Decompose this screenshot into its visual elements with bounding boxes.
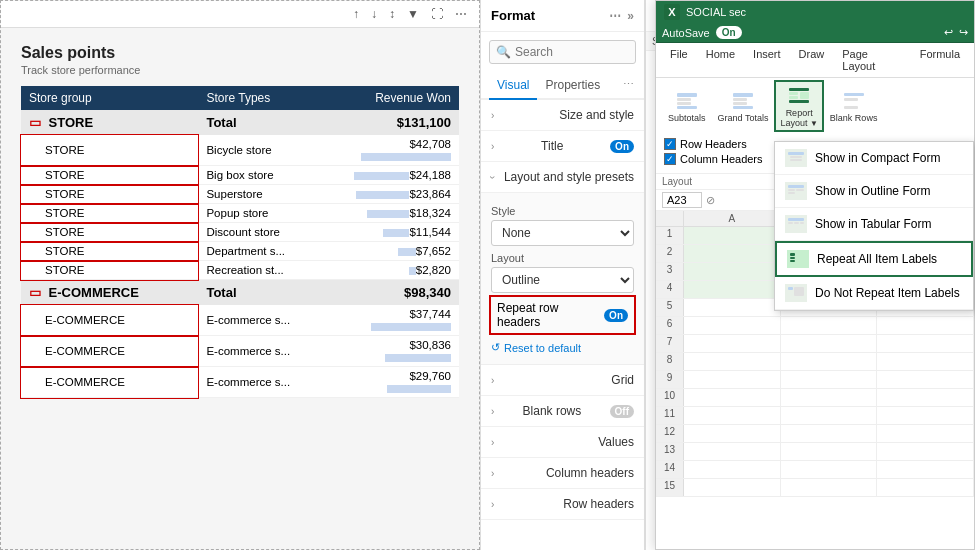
report-layout-button[interactable]: ReportLayout ▼ <box>776 82 821 130</box>
cell-c[interactable] <box>877 389 974 406</box>
section-size-style[interactable]: › Size and style <box>481 100 644 131</box>
more-icon[interactable]: ⋯ <box>609 9 621 23</box>
cell-a[interactable] <box>684 263 781 280</box>
type-cell: E-commerce s... <box>198 305 339 336</box>
cell-a[interactable] <box>684 281 781 298</box>
repeat-row-toggle[interactable]: On <box>604 309 628 322</box>
svg-rect-18 <box>790 159 802 161</box>
cell-c[interactable] <box>877 335 974 352</box>
redo-icon[interactable]: ↪ <box>959 26 968 39</box>
cell-b[interactable] <box>781 389 878 406</box>
cell-c[interactable] <box>877 317 974 334</box>
svg-rect-29 <box>790 260 795 262</box>
cell-c[interactable] <box>877 407 974 424</box>
undo-icon[interactable]: ↩ <box>944 26 953 39</box>
cell-c[interactable] <box>877 425 974 442</box>
sort-asc-button[interactable]: ↑ <box>349 5 363 23</box>
cell-b[interactable] <box>781 407 878 424</box>
cell-b[interactable] <box>781 371 878 388</box>
title-toggle[interactable]: On <box>610 140 634 153</box>
col-headers-checkbox[interactable]: ✓ Column Headers <box>664 153 763 165</box>
dropdown-no-repeat[interactable]: Do Not Repeat Item Labels <box>775 277 973 310</box>
section-layout-header[interactable]: › Layout and style presets <box>481 162 644 193</box>
ribbon-tab-file[interactable]: File <box>662 43 696 77</box>
expand-icon[interactable]: » <box>627 9 634 23</box>
expand-button[interactable]: ⛶ <box>427 5 447 23</box>
style-select[interactable]: None <box>491 220 634 246</box>
cell-a[interactable] <box>684 407 781 424</box>
subtotals-button[interactable]: Subtotals <box>664 87 710 125</box>
cell-c[interactable] <box>877 443 974 460</box>
svg-rect-11 <box>800 92 809 99</box>
reset-default-link[interactable]: ↺ Reset to default <box>491 337 634 358</box>
cell-a[interactable] <box>684 245 781 262</box>
cell-a[interactable] <box>684 335 781 352</box>
cell-a[interactable] <box>684 389 781 406</box>
tab-visual[interactable]: Visual <box>489 72 537 100</box>
cell-a[interactable] <box>684 371 781 388</box>
tab-properties[interactable]: Properties <box>537 72 608 98</box>
svg-rect-12 <box>789 100 809 103</box>
autosave-toggle[interactable]: On <box>716 26 742 39</box>
ribbon-tab-insert[interactable]: Insert <box>745 43 789 77</box>
cell-b[interactable] <box>781 425 878 442</box>
blank-rows-toggle[interactable]: Off <box>610 405 634 418</box>
value-cell: $24,188 <box>339 166 459 185</box>
report-layout-label: ReportLayout ▼ <box>780 108 817 128</box>
type-cell: Big box store <box>198 166 339 185</box>
ribbon-tabs: File Home Insert Draw Page Layout Formul… <box>656 43 974 78</box>
dropdown-tabular[interactable]: Show in Tabular Form <box>775 208 973 241</box>
cell-b[interactable] <box>781 353 878 370</box>
cell-b[interactable] <box>781 317 878 334</box>
ribbon-tab-formula[interactable]: Formula <box>912 43 968 77</box>
cell-c[interactable] <box>877 461 974 478</box>
section-column-headers[interactable]: › Column headers <box>481 458 644 489</box>
cell-ref-box[interactable]: A23 <box>662 192 702 208</box>
section-title[interactable]: › Title On <box>481 131 644 162</box>
ribbon-tab-draw[interactable]: Draw <box>791 43 833 77</box>
grid-row: 15 <box>656 479 974 497</box>
dropdown-compact[interactable]: Show in Compact Form <box>775 142 973 175</box>
cell-a[interactable] <box>684 227 781 244</box>
section-blank-rows[interactable]: › Blank rows Off <box>481 396 644 427</box>
ribbon-tab-pagelayout[interactable]: Page Layout <box>834 43 909 77</box>
filter-button[interactable]: ▼ <box>403 5 423 23</box>
sort-desc-button[interactable]: ↓ <box>367 5 381 23</box>
layout-select[interactable]: Outline <box>491 267 634 293</box>
cell-b[interactable] <box>781 443 878 460</box>
cell-a[interactable] <box>684 479 781 496</box>
more-button[interactable]: ⋯ <box>451 5 471 23</box>
section-values[interactable]: › Values <box>481 427 644 458</box>
chevron-icon: › <box>491 375 494 386</box>
row-headers-checkbox[interactable]: ✓ Row Headers <box>664 138 763 150</box>
tab-more[interactable]: ⋯ <box>621 72 636 98</box>
chevron-icon: › <box>491 499 494 510</box>
cell-b[interactable] <box>781 461 878 478</box>
table-row: STORE Department s... $7,652 <box>21 242 459 261</box>
cell-a[interactable] <box>684 461 781 478</box>
search-input[interactable] <box>515 45 629 59</box>
row-headers-chk: ✓ <box>664 138 676 150</box>
cell-a[interactable] <box>684 317 781 334</box>
search-box[interactable]: 🔍 <box>489 40 636 64</box>
sort-icon[interactable]: ↕ <box>385 5 399 23</box>
section-row-headers[interactable]: › Row headers <box>481 489 644 520</box>
cell-a[interactable] <box>684 425 781 442</box>
cell-a[interactable] <box>684 443 781 460</box>
row-number: 11 <box>656 407 684 424</box>
cell-a[interactable] <box>684 299 781 316</box>
ribbon-tab-home[interactable]: Home <box>698 43 743 77</box>
dropdown-outline[interactable]: Show in Outline Form <box>775 175 973 208</box>
svg-rect-3 <box>677 106 697 109</box>
cell-c[interactable] <box>877 479 974 496</box>
cell-b[interactable] <box>781 335 878 352</box>
section-grid[interactable]: › Grid <box>481 365 644 396</box>
cell-a[interactable] <box>684 353 781 370</box>
no-repeat-icon <box>785 284 807 302</box>
grand-totals-button[interactable]: Grand Totals <box>714 87 773 125</box>
cell-c[interactable] <box>877 371 974 388</box>
cell-c[interactable] <box>877 353 974 370</box>
dropdown-repeat-all[interactable]: Repeat All Item Labels <box>775 241 973 277</box>
blank-rows-button[interactable]: Blank Rows <box>826 87 882 125</box>
cell-b[interactable] <box>781 479 878 496</box>
